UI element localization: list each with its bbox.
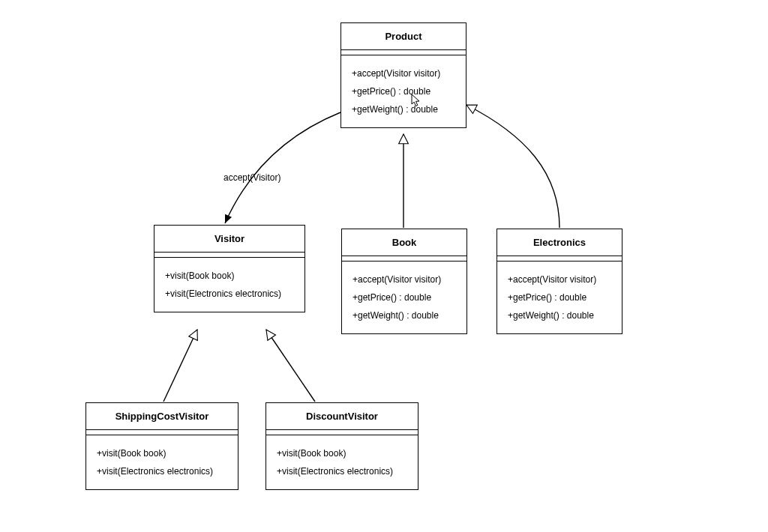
operation: +getPrice() : double	[352, 288, 456, 306]
class-separator	[86, 430, 238, 435]
class-book: Book +accept(Visitor visitor) +getPrice(…	[341, 229, 467, 334]
operation: +getPrice() : double	[352, 82, 455, 100]
operation: +getWeight() : double	[352, 306, 456, 324]
class-operations: +accept(Visitor visitor) +getPrice() : d…	[341, 55, 466, 127]
class-operations: +accept(Visitor visitor) +getPrice() : d…	[342, 262, 466, 333]
class-separator	[342, 256, 466, 262]
class-title: DiscountVisitor	[266, 403, 418, 430]
edge-label-accept: accept(Visitor)	[224, 172, 280, 183]
class-title: Book	[342, 229, 466, 256]
operation: +getWeight() : double	[352, 100, 455, 118]
operation: +visit(Electronics electronics)	[277, 462, 407, 480]
operation: +visit(Electronics electronics)	[97, 462, 227, 480]
class-separator	[154, 253, 304, 258]
operation: +accept(Visitor visitor)	[352, 270, 456, 288]
class-operations: +accept(Visitor visitor) +getPrice() : d…	[497, 262, 622, 333]
class-title: Product	[341, 23, 466, 50]
class-shipping-cost-visitor: ShippingCostVisitor +visit(Book book) +v…	[86, 402, 238, 490]
operation: +accept(Visitor visitor)	[352, 64, 455, 82]
operation: +visit(Electronics electronics)	[165, 285, 294, 303]
operation: +visit(Book book)	[97, 444, 227, 462]
class-separator	[497, 256, 622, 262]
class-discount-visitor: DiscountVisitor +visit(Book book) +visit…	[266, 402, 418, 490]
class-operations: +visit(Book book) +visit(Electronics ele…	[266, 435, 418, 489]
operation: +getWeight() : double	[508, 306, 611, 324]
class-title: ShippingCostVisitor	[86, 403, 238, 430]
class-title: Electronics	[497, 229, 622, 256]
operation: +visit(Book book)	[277, 444, 407, 462]
class-operations: +visit(Book book) +visit(Electronics ele…	[86, 435, 238, 489]
class-separator	[341, 50, 466, 55]
class-title: Visitor	[154, 226, 304, 253]
class-electronics: Electronics +accept(Visitor visitor) +ge…	[496, 229, 622, 334]
operation: +getPrice() : double	[508, 288, 611, 306]
class-product: Product +accept(Visitor visitor) +getPri…	[340, 22, 466, 128]
operation: +visit(Book book)	[165, 267, 294, 285]
class-visitor: Visitor +visit(Book book) +visit(Electro…	[154, 225, 305, 312]
class-separator	[266, 430, 418, 435]
class-operations: +visit(Book book) +visit(Electronics ele…	[154, 258, 304, 312]
operation: +accept(Visitor visitor)	[508, 270, 611, 288]
